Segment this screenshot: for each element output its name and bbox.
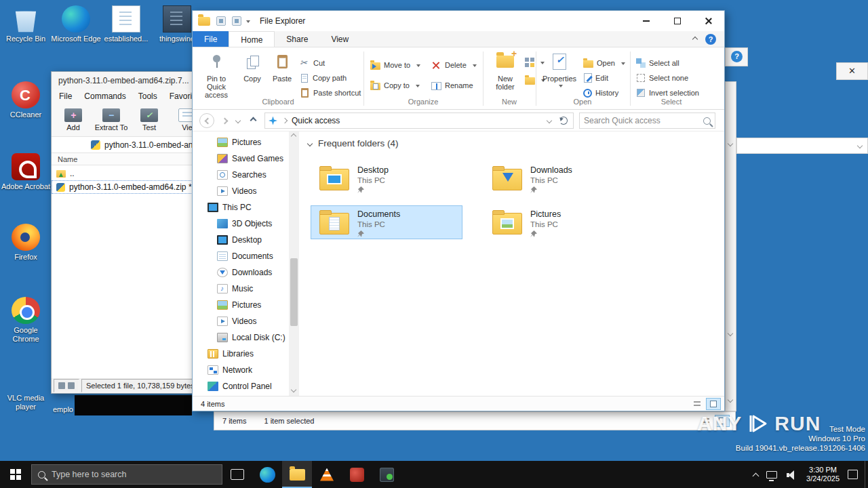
nav-item-documents[interactable]: Documents [193, 248, 289, 264]
taskbar-explorer-icon[interactable] [282, 461, 312, 488]
back-button[interactable] [199, 113, 214, 128]
taskbar-clock[interactable]: 3:30 PM 3/24/2025 [806, 466, 840, 483]
nav-item-control-panel[interactable]: Control Panel [193, 378, 289, 394]
network-icon[interactable] [766, 471, 777, 479]
search-input[interactable] [584, 116, 703, 125]
start-button[interactable] [0, 461, 31, 488]
folder-tile-desktop[interactable]: Desktop This PC [311, 161, 462, 195]
forward-button[interactable] [218, 113, 233, 128]
taskbar-search-input[interactable] [52, 470, 216, 479]
nav-item-videos-2[interactable]: Videos [193, 313, 289, 329]
pin-to-quick-access-button[interactable]: Pin to Quick access [197, 51, 236, 99]
extract-to-button[interactable]: Extract To [92, 108, 130, 131]
folder-tile-downloads[interactable]: Downloads This PC [484, 161, 635, 195]
task-view-button[interactable] [222, 461, 252, 488]
minimize-button[interactable] [631, 11, 662, 31]
address-row: Quick access [193, 110, 724, 131]
nav-item-desktop[interactable]: Desktop [193, 232, 289, 248]
console-window[interactable] [75, 395, 192, 415]
nav-item-libraries[interactable]: Libraries [193, 346, 289, 362]
desktop-icon-established[interactable]: established... [100, 5, 152, 43]
scroll-down-icon[interactable] [291, 387, 296, 392]
ribbon-collapse-icon[interactable] [692, 37, 698, 42]
menu-item-file[interactable]: File [53, 92, 78, 101]
close-button[interactable] [693, 11, 724, 31]
nav-item-searches[interactable]: Searches [193, 167, 289, 183]
nav-item-saved-games[interactable]: Saved Games [193, 150, 289, 167]
show-desktop-button[interactable] [865, 461, 868, 488]
select-all-button[interactable]: Select all [636, 56, 679, 70]
tab-home[interactable]: Home [229, 31, 275, 47]
scroll-up-icon[interactable] [291, 134, 296, 139]
tray-expand-icon[interactable] [753, 473, 760, 480]
paste-button[interactable]: Paste [267, 51, 297, 83]
explorer-titlebar[interactable]: File Explorer [193, 11, 724, 31]
nav-item-3d-objects[interactable]: 3D Objects [193, 216, 289, 232]
qat-icon-2[interactable] [232, 16, 241, 26]
up-button[interactable] [247, 115, 259, 126]
section-header-frequent-folders[interactable]: Frequent folders (4) [308, 138, 399, 148]
taskbar-edge-icon[interactable] [252, 461, 282, 488]
breadcrumb[interactable]: Quick access [292, 116, 340, 125]
copy-path-button[interactable]: Copy path [300, 71, 347, 85]
maximize-button[interactable] [662, 11, 693, 31]
nav-item-music[interactable]: Music [193, 281, 289, 297]
add-button[interactable]: Add [54, 108, 92, 131]
tab-file[interactable]: File [193, 31, 229, 47]
recent-locations-icon[interactable] [235, 118, 241, 123]
desktop-icon-adobe-acrobat[interactable]: Adobe Acrobat [0, 153, 52, 191]
desktop-icon-google-chrome[interactable]: Google Chrome [0, 297, 52, 344]
address-dropdown-icon[interactable] [547, 118, 552, 123]
close-icon[interactable]: ✕ [837, 63, 867, 79]
search-icon[interactable] [703, 117, 711, 125]
tab-view[interactable]: View [319, 31, 360, 47]
taskbar-search[interactable] [31, 464, 222, 485]
copy-button[interactable]: Copy [239, 51, 266, 83]
qat-icon-1[interactable] [216, 16, 226, 26]
edit-button[interactable]: Edit [583, 71, 608, 85]
folder-tile-documents[interactable]: Documents This PC [311, 205, 462, 239]
nav-item-network[interactable]: Network [193, 362, 289, 378]
help-icon[interactable]: ? [731, 51, 743, 62]
nav-item-local-disk-c[interactable]: Local Disk (C:) [193, 329, 289, 346]
desktop-icon-recycle-bin[interactable]: Recycle Bin [0, 5, 52, 43]
properties-button[interactable]: Properties [541, 51, 578, 88]
background-window-dropdown[interactable] [736, 138, 868, 154]
tab-share[interactable]: Share [275, 31, 319, 47]
qat-dropdown-icon[interactable] [246, 20, 250, 25]
navigation-scrollbar[interactable] [289, 131, 299, 396]
refresh-icon[interactable] [559, 117, 568, 125]
copy-to-button[interactable]: Copy to [370, 79, 420, 92]
desktop-icon-microsoft-edge[interactable]: Microsoft Edge [50, 5, 102, 43]
scrollbar-thumb[interactable] [290, 258, 298, 326]
details-view-button[interactable] [690, 398, 705, 410]
background-window-scrollbar[interactable] [725, 81, 736, 411]
desktop-icon-firefox[interactable]: Firefox [0, 224, 52, 262]
notification-center-icon[interactable] [848, 470, 858, 479]
folder-tile-pictures[interactable]: Pictures This PC [484, 205, 635, 239]
menu-item-tools[interactable]: Tools [132, 92, 163, 101]
large-icons-view-button[interactable] [706, 398, 721, 410]
nav-item-videos[interactable]: Videos [193, 183, 289, 199]
volume-icon[interactable] [787, 470, 797, 479]
move-to-button[interactable]: Move to [370, 58, 420, 72]
rename-button[interactable]: Rename [431, 79, 473, 92]
taskbar-app-icon-green[interactable] [372, 461, 401, 488]
taskbar-app-icon-red[interactable] [342, 461, 372, 488]
help-icon[interactable]: ? [705, 34, 716, 45]
test-button[interactable]: Test [130, 108, 168, 131]
nav-item-pictures-2[interactable]: Pictures [193, 297, 289, 313]
select-none-button[interactable]: Select none [636, 71, 688, 85]
nav-item-this-pc[interactable]: This PC [193, 199, 289, 216]
cut-button[interactable]: Cut [300, 56, 325, 70]
address-bar[interactable]: Quick access [264, 113, 574, 129]
open-button[interactable]: Open [583, 56, 625, 70]
delete-button[interactable]: Delete [431, 58, 477, 72]
nav-item-pictures[interactable]: Pictures [193, 134, 289, 150]
menu-item-commands[interactable]: Commands [78, 92, 132, 101]
desktop-icon-vlc[interactable]: VLC media player [0, 365, 52, 411]
nav-item-downloads[interactable]: Downloads [193, 264, 289, 281]
desktop-icon-ccleaner[interactable]: CCleaner [0, 81, 52, 119]
new-folder-button[interactable]: New folder [488, 51, 522, 91]
taskbar-vlc-icon[interactable] [312, 461, 342, 488]
